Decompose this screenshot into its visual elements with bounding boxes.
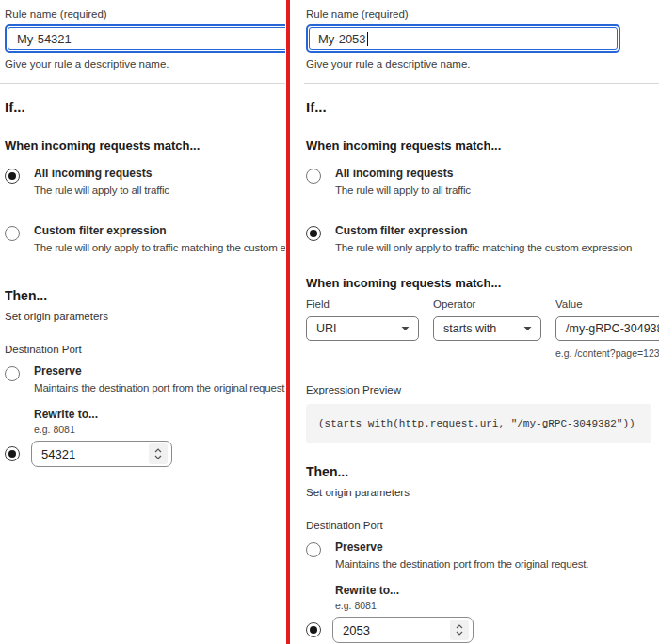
port-number-input[interactable]: 2053 [332,617,474,643]
filter-match-heading: When incoming requests match... [306,276,659,290]
port-value: 2053 [343,623,370,637]
option-custom-filter[interactable]: Custom filter expression The rule will o… [5,224,285,254]
number-stepper[interactable] [149,443,168,464]
rule-name-help: Give your rule a descriptive name. [5,58,285,70]
port-number-input[interactable]: 54321 [31,441,172,467]
if-heading: If... [306,99,659,115]
rewrite-to-label: Rewrite to... [335,584,659,597]
then-heading: Then... [5,288,285,303]
rule-name-value: My-54321 [17,32,72,46]
match-heading: When incoming requests match... [306,138,659,153]
destination-port-label: Destination Port [306,520,659,531]
radio-custom-filter[interactable] [306,226,321,241]
value-input[interactable]: /my-gRPC-3049382 [555,316,659,341]
value-text: /my-gRPC-3049382 [566,322,659,335]
option-label: All incoming requests [34,167,169,181]
match-heading: When incoming requests match... [5,138,285,153]
option-desc: The rule will only apply to traffic matc… [335,241,632,254]
value-hint: e.g. /content?page=1234 [555,347,659,359]
chevron-down-icon [523,326,532,331]
option-custom-filter[interactable]: Custom filter expression The rule will o… [306,224,659,254]
then-heading: Then... [306,464,659,479]
operator-select[interactable]: starts with [433,316,541,341]
option-all-incoming[interactable]: All incoming requests The rule will appl… [306,167,659,197]
option-preserve[interactable]: Preserve Maintains the destination port … [306,540,659,571]
radio-preserve[interactable] [306,542,321,557]
spinner-down-icon[interactable] [154,455,162,459]
rule-name-value: My-2053 [318,32,366,46]
option-desc: The rule will only apply to traffic matc… [34,241,285,254]
field-value: URI [316,322,337,335]
radio-custom-filter[interactable] [5,226,20,241]
value-label: Value [555,298,659,311]
rewrite-hint: e.g. 8081 [34,424,285,435]
radio-rewrite[interactable] [5,446,20,461]
option-all-incoming[interactable]: All incoming requests The rule will appl… [5,167,285,197]
red-divider-line [286,0,290,644]
section-divider [0,83,285,84]
option-label: Custom filter expression [335,224,632,238]
text-cursor [367,32,368,46]
spinner-up-icon[interactable] [154,448,162,453]
destination-port-label: Destination Port [5,344,285,355]
expression-preview-code: (starts_with(http.request.uri, "/my-gRPC… [306,404,651,443]
field-select[interactable]: URI [306,316,419,341]
operator-value: starts with [443,322,496,335]
rule-name-focus-ring: My-54321 [5,24,285,53]
rewrite-port-row: 54321 [5,441,285,467]
set-origin-text: Set origin parameters [306,487,659,498]
option-label: Preserve [34,364,285,378]
option-desc: Maintains the destination port from the … [335,557,588,571]
rule-form-right: Rule name (required) My-2053 Give your r… [304,0,659,644]
option-label: All incoming requests [335,167,471,181]
option-label: Custom filter expression [34,224,285,238]
if-heading: If... [5,99,285,115]
section-divider [304,83,659,84]
number-stepper[interactable] [450,620,469,640]
radio-preserve[interactable] [5,366,20,381]
option-desc: The rule will apply to all traffic [335,184,471,197]
rewrite-to-label: Rewrite to... [34,408,285,421]
operator-label: Operator [433,298,541,311]
spinner-up-icon[interactable] [456,624,463,629]
rule-name-input[interactable]: My-2053 [309,27,618,50]
port-value: 54321 [41,447,75,461]
rule-name-focus-ring: My-2053 [306,24,620,53]
rewrite-hint: e.g. 8081 [335,600,659,611]
option-preserve[interactable]: Preserve Maintains the destination port … [5,364,285,394]
set-origin-text: Set origin parameters [5,311,285,322]
rule-name-help: Give your rule a descriptive name. [306,58,659,70]
rule-name-label: Rule name (required) [5,8,285,21]
expression-preview-label: Expression Preview [306,384,659,395]
rewrite-port-row: 2053 [306,617,659,643]
rules-comparison-view: Rule name (required) My-54321 Give your … [0,0,659,644]
radio-all-incoming[interactable] [5,169,20,184]
radio-rewrite[interactable] [306,622,321,637]
field-label: Field [306,298,419,311]
rule-name-label: Rule name (required) [306,8,659,21]
radio-all-incoming[interactable] [306,169,321,184]
rule-name-input[interactable]: My-54321 [8,27,285,50]
filter-builder-row: Field URI Operator starts with Value /my… [306,298,659,359]
option-label: Preserve [335,540,588,555]
rule-form-left: Rule name (required) My-54321 Give your … [0,0,285,644]
option-desc: The rule will apply to all traffic [34,184,169,197]
option-desc: Maintains the destination port from the … [34,381,285,394]
spinner-down-icon[interactable] [456,631,463,636]
chevron-down-icon [401,326,410,331]
